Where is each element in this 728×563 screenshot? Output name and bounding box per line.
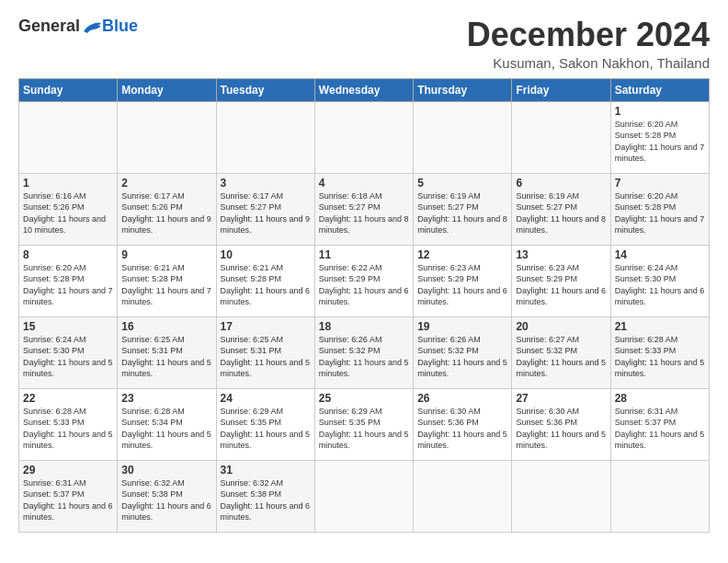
day-info: Sunrise: 6:30 AMSunset: 5:36 PMDaylight:… [417, 406, 507, 452]
calendar-table: Sunday Monday Tuesday Wednesday Thursday… [18, 78, 710, 533]
table-row: 6Sunrise: 6:19 AMSunset: 5:27 PMDaylight… [512, 173, 610, 245]
day-number: 7 [615, 177, 705, 190]
table-row: 20Sunrise: 6:27 AMSunset: 5:32 PMDayligh… [512, 316, 610, 388]
table-row [610, 460, 709, 532]
day-info: Sunrise: 6:26 AMSunset: 5:32 PMDaylight:… [319, 334, 409, 380]
day-info: Sunrise: 6:18 AMSunset: 5:27 PMDaylight:… [319, 190, 409, 236]
table-row: 24Sunrise: 6:29 AMSunset: 5:35 PMDayligh… [216, 388, 314, 460]
day-info: Sunrise: 6:29 AMSunset: 5:35 PMDaylight:… [221, 406, 311, 452]
day-info: Sunrise: 6:20 AMSunset: 5:28 PMDaylight:… [23, 262, 113, 308]
day-number: 9 [121, 248, 211, 261]
day-info: Sunrise: 6:22 AMSunset: 5:29 PMDaylight:… [319, 262, 409, 308]
day-number: 8 [23, 248, 113, 261]
day-number: 11 [319, 248, 409, 261]
header-monday: Monday [118, 78, 216, 101]
day-number: 18 [319, 320, 409, 333]
month-title: December 2024 [467, 17, 710, 53]
table-row: 10Sunrise: 6:21 AMSunset: 5:28 PMDayligh… [216, 245, 314, 316]
header: General Blue December 2024 Kusuman, Sako… [18, 17, 710, 71]
table-row [118, 101, 216, 173]
table-row: 26Sunrise: 6:30 AMSunset: 5:36 PMDayligh… [414, 388, 512, 460]
calendar-page: General Blue December 2024 Kusuman, Sako… [0, 0, 728, 563]
day-number: 12 [417, 248, 507, 261]
table-row [512, 460, 610, 532]
logo-bird-icon [82, 18, 102, 35]
table-row: 21Sunrise: 6:28 AMSunset: 5:33 PMDayligh… [610, 316, 709, 388]
table-row [512, 101, 610, 173]
day-info: Sunrise: 6:29 AMSunset: 5:35 PMDaylight:… [319, 406, 409, 452]
calendar-header-row: Sunday Monday Tuesday Wednesday Thursday… [19, 78, 710, 101]
day-info: Sunrise: 6:17 AMSunset: 5:26 PMDaylight:… [121, 190, 211, 236]
day-info: Sunrise: 6:28 AMSunset: 5:33 PMDaylight:… [615, 334, 705, 380]
calendar-week-row: 29Sunrise: 6:31 AMSunset: 5:37 PMDayligh… [19, 460, 710, 532]
day-number: 31 [221, 464, 311, 477]
day-number: 29 [23, 464, 113, 477]
day-info: Sunrise: 6:25 AMSunset: 5:31 PMDaylight:… [121, 334, 211, 380]
header-sunday: Sunday [19, 78, 118, 101]
day-info: Sunrise: 6:19 AMSunset: 5:27 PMDaylight:… [516, 190, 606, 236]
day-number: 13 [516, 248, 606, 261]
day-number: 25 [319, 392, 409, 405]
table-row: 17Sunrise: 6:25 AMSunset: 5:31 PMDayligh… [216, 316, 314, 388]
day-info: Sunrise: 6:21 AMSunset: 5:28 PMDaylight:… [121, 262, 211, 308]
table-row: 16Sunrise: 6:25 AMSunset: 5:31 PMDayligh… [118, 316, 216, 388]
day-number: 22 [23, 392, 113, 405]
calendar-week-row: 1Sunrise: 6:20 AMSunset: 5:28 PMDaylight… [19, 101, 710, 173]
day-info: Sunrise: 6:27 AMSunset: 5:32 PMDaylight:… [516, 334, 606, 380]
day-info: Sunrise: 6:32 AMSunset: 5:38 PMDaylight:… [121, 477, 211, 523]
table-row: 14Sunrise: 6:24 AMSunset: 5:30 PMDayligh… [610, 245, 709, 316]
table-row: 2Sunrise: 6:17 AMSunset: 5:26 PMDaylight… [118, 173, 216, 245]
table-row: 5Sunrise: 6:19 AMSunset: 5:27 PMDaylight… [414, 173, 512, 245]
day-number: 17 [221, 320, 311, 333]
day-info: Sunrise: 6:24 AMSunset: 5:30 PMDaylight:… [23, 334, 113, 380]
table-row: 9Sunrise: 6:21 AMSunset: 5:28 PMDaylight… [118, 245, 216, 316]
calendar-week-row: 8Sunrise: 6:20 AMSunset: 5:28 PMDaylight… [19, 245, 710, 316]
header-friday: Friday [512, 78, 610, 101]
day-number: 19 [417, 320, 507, 333]
day-info: Sunrise: 6:20 AMSunset: 5:28 PMDaylight:… [615, 119, 705, 165]
table-row: 25Sunrise: 6:29 AMSunset: 5:35 PMDayligh… [314, 388, 413, 460]
table-row: 23Sunrise: 6:28 AMSunset: 5:34 PMDayligh… [118, 388, 216, 460]
table-row: 15Sunrise: 6:24 AMSunset: 5:30 PMDayligh… [19, 316, 118, 388]
day-info: Sunrise: 6:20 AMSunset: 5:28 PMDaylight:… [615, 190, 705, 236]
day-info: Sunrise: 6:16 AMSunset: 5:26 PMDaylight:… [23, 190, 113, 236]
table-row [19, 101, 118, 173]
day-number: 20 [516, 320, 606, 333]
day-info: Sunrise: 6:21 AMSunset: 5:28 PMDaylight:… [221, 262, 311, 308]
day-number: 1 [615, 105, 705, 118]
table-row: 4Sunrise: 6:18 AMSunset: 5:27 PMDaylight… [314, 173, 413, 245]
day-number: 16 [121, 320, 211, 333]
table-row [216, 101, 314, 173]
day-number: 5 [417, 177, 507, 190]
table-row: 27Sunrise: 6:30 AMSunset: 5:36 PMDayligh… [512, 388, 610, 460]
day-number: 6 [516, 177, 606, 190]
logo-blue-text: Blue [102, 17, 138, 36]
day-info: Sunrise: 6:31 AMSunset: 5:37 PMDaylight:… [615, 406, 705, 452]
day-number: 23 [121, 392, 211, 405]
table-row: 8Sunrise: 6:20 AMSunset: 5:28 PMDaylight… [19, 245, 118, 316]
table-row [314, 460, 413, 532]
header-wednesday: Wednesday [314, 78, 413, 101]
day-info: Sunrise: 6:24 AMSunset: 5:30 PMDaylight:… [615, 262, 705, 308]
day-number: 28 [615, 392, 705, 405]
day-number: 24 [221, 392, 311, 405]
title-area: December 2024 Kusuman, Sakon Nakhon, Tha… [467, 17, 710, 71]
logo-general-text: General [18, 17, 80, 36]
day-number: 2 [121, 177, 211, 190]
day-info: Sunrise: 6:19 AMSunset: 5:27 PMDaylight:… [417, 190, 507, 236]
calendar-week-row: 1Sunrise: 6:16 AMSunset: 5:26 PMDaylight… [19, 173, 710, 245]
header-saturday: Saturday [610, 78, 709, 101]
day-info: Sunrise: 6:28 AMSunset: 5:33 PMDaylight:… [23, 406, 113, 452]
day-number: 15 [23, 320, 113, 333]
table-row: 29Sunrise: 6:31 AMSunset: 5:37 PMDayligh… [19, 460, 118, 532]
day-number: 30 [121, 464, 211, 477]
calendar-week-row: 22Sunrise: 6:28 AMSunset: 5:33 PMDayligh… [19, 388, 710, 460]
table-row: 12Sunrise: 6:23 AMSunset: 5:29 PMDayligh… [414, 245, 512, 316]
day-number: 4 [319, 177, 409, 190]
table-row [414, 460, 512, 532]
table-row [314, 101, 413, 173]
table-row: 1Sunrise: 6:16 AMSunset: 5:26 PMDaylight… [19, 173, 118, 245]
table-row: 30Sunrise: 6:32 AMSunset: 5:38 PMDayligh… [118, 460, 216, 532]
table-row: 18Sunrise: 6:26 AMSunset: 5:32 PMDayligh… [314, 316, 413, 388]
table-row: 13Sunrise: 6:23 AMSunset: 5:29 PMDayligh… [512, 245, 610, 316]
